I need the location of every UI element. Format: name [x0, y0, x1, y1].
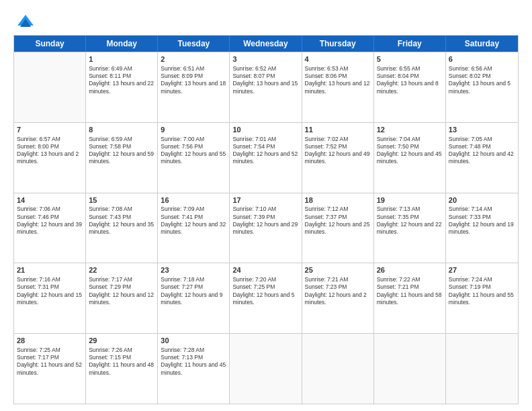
- page: SundayMondayTuesdayWednesdayThursdayFrid…: [0, 0, 532, 411]
- cell-content: Sunrise: 7:22 AMSunset: 7:21 PMDaylight:…: [377, 276, 443, 306]
- day-number: 27: [449, 265, 515, 275]
- calendar-cell: 16Sunrise: 7:09 AMSunset: 7:41 PMDayligh…: [158, 193, 230, 263]
- cell-content: Sunrise: 7:14 AMSunset: 7:33 PMDaylight:…: [449, 205, 515, 236]
- calendar-cell: 12Sunrise: 7:04 AMSunset: 7:50 PMDayligh…: [374, 123, 446, 193]
- cell-content: Sunrise: 7:26 AMSunset: 7:15 PMDaylight:…: [89, 347, 154, 377]
- day-number: 18: [305, 195, 371, 205]
- calendar-row-1: 1Sunrise: 6:49 AMSunset: 8:11 PMDaylight…: [14, 52, 518, 122]
- day-number: 12: [377, 125, 443, 135]
- day-number: 30: [161, 336, 226, 346]
- calendar-cell: 10Sunrise: 7:01 AMSunset: 7:54 PMDayligh…: [230, 123, 302, 193]
- header-day-sunday: Sunday: [14, 36, 86, 52]
- calendar-cell: 17Sunrise: 7:10 AMSunset: 7:39 PMDayligh…: [230, 193, 302, 263]
- day-number: 21: [17, 265, 83, 275]
- calendar-cell: 19Sunrise: 7:13 AMSunset: 7:35 PMDayligh…: [374, 193, 446, 263]
- cell-content: Sunrise: 7:10 AMSunset: 7:39 PMDaylight:…: [232, 205, 298, 236]
- cell-content: Sunrise: 7:28 AMSunset: 7:13 PMDaylight:…: [161, 347, 226, 377]
- header-day-monday: Monday: [86, 36, 158, 52]
- cell-content: Sunrise: 7:04 AMSunset: 7:50 PMDaylight:…: [377, 136, 443, 166]
- calendar-cell: 20Sunrise: 7:14 AMSunset: 7:33 PMDayligh…: [446, 193, 518, 263]
- calendar-cell: 18Sunrise: 7:12 AMSunset: 7:37 PMDayligh…: [302, 193, 374, 263]
- calendar-cell: 15Sunrise: 7:08 AMSunset: 7:43 PMDayligh…: [86, 193, 158, 263]
- calendar-cell: 24Sunrise: 7:20 AMSunset: 7:25 PMDayligh…: [230, 263, 302, 333]
- day-number: 11: [305, 125, 371, 135]
- calendar-row-2: 7Sunrise: 6:57 AMSunset: 8:00 PMDaylight…: [14, 122, 518, 193]
- cell-content: Sunrise: 6:56 AMSunset: 8:02 PMDaylight:…: [449, 65, 515, 95]
- day-number: 28: [17, 336, 83, 346]
- cell-content: Sunrise: 7:08 AMSunset: 7:43 PMDaylight:…: [89, 205, 154, 236]
- cell-content: Sunrise: 7:13 AMSunset: 7:35 PMDaylight:…: [377, 205, 443, 236]
- cell-content: Sunrise: 7:25 AMSunset: 7:17 PMDaylight:…: [17, 347, 83, 377]
- header-day-saturday: Saturday: [446, 36, 518, 52]
- header: [13, 12, 519, 31]
- cell-content: Sunrise: 6:52 AMSunset: 8:07 PMDaylight:…: [232, 65, 298, 95]
- calendar-cell: 21Sunrise: 7:16 AMSunset: 7:31 PMDayligh…: [14, 263, 86, 333]
- calendar-row-3: 14Sunrise: 7:06 AMSunset: 7:46 PMDayligh…: [14, 193, 518, 263]
- calendar-cell: 9Sunrise: 7:00 AMSunset: 7:56 PMDaylight…: [158, 123, 230, 193]
- cell-content: Sunrise: 7:06 AMSunset: 7:46 PMDaylight:…: [17, 205, 83, 236]
- calendar-header-row: SundayMondayTuesdayWednesdayThursdayFrid…: [14, 36, 518, 52]
- calendar-cell: 7Sunrise: 6:57 AMSunset: 8:00 PMDaylight…: [14, 123, 86, 193]
- cell-content: Sunrise: 7:24 AMSunset: 7:19 PMDaylight:…: [449, 276, 515, 306]
- cell-content: Sunrise: 7:09 AMSunset: 7:41 PMDaylight:…: [161, 205, 226, 236]
- day-number: 25: [305, 265, 371, 275]
- calendar-cell: 2Sunrise: 6:51 AMSunset: 8:09 PMDaylight…: [158, 52, 230, 122]
- day-number: 1: [89, 54, 154, 64]
- day-number: 24: [232, 265, 298, 275]
- cell-content: Sunrise: 7:00 AMSunset: 7:56 PMDaylight:…: [161, 136, 226, 166]
- calendar-cell: 22Sunrise: 7:17 AMSunset: 7:29 PMDayligh…: [86, 263, 158, 333]
- calendar-cell: 29Sunrise: 7:26 AMSunset: 7:15 PMDayligh…: [86, 334, 158, 404]
- cell-content: Sunrise: 7:01 AMSunset: 7:54 PMDaylight:…: [232, 136, 298, 166]
- day-number: 17: [232, 195, 298, 205]
- cell-content: Sunrise: 7:17 AMSunset: 7:29 PMDaylight:…: [89, 276, 154, 306]
- logo-icon: [16, 12, 35, 31]
- cell-content: Sunrise: 6:53 AMSunset: 8:06 PMDaylight:…: [305, 65, 371, 95]
- cell-content: Sunrise: 6:55 AMSunset: 8:04 PMDaylight:…: [377, 65, 443, 95]
- day-number: 10: [232, 125, 298, 135]
- calendar-cell: 5Sunrise: 6:55 AMSunset: 8:04 PMDaylight…: [374, 52, 446, 122]
- calendar-cell: 23Sunrise: 7:18 AMSunset: 7:27 PMDayligh…: [158, 263, 230, 333]
- header-day-thursday: Thursday: [302, 36, 374, 52]
- cell-content: Sunrise: 7:18 AMSunset: 7:27 PMDaylight:…: [161, 276, 226, 306]
- header-day-friday: Friday: [374, 36, 446, 52]
- calendar-cell: 6Sunrise: 6:56 AMSunset: 8:02 PMDaylight…: [446, 52, 518, 122]
- day-number: 15: [89, 195, 154, 205]
- calendar-cell: 26Sunrise: 7:22 AMSunset: 7:21 PMDayligh…: [374, 263, 446, 333]
- cell-content: Sunrise: 7:21 AMSunset: 7:23 PMDaylight:…: [305, 276, 371, 306]
- cell-content: Sunrise: 7:20 AMSunset: 7:25 PMDaylight:…: [232, 276, 298, 306]
- calendar-cell: [230, 334, 302, 404]
- cell-content: Sunrise: 7:05 AMSunset: 7:48 PMDaylight:…: [449, 136, 515, 166]
- day-number: 22: [89, 265, 154, 275]
- calendar-cell: 4Sunrise: 6:53 AMSunset: 8:06 PMDaylight…: [302, 52, 374, 122]
- day-number: 19: [377, 195, 443, 205]
- header-day-tuesday: Tuesday: [158, 36, 230, 52]
- day-number: 20: [449, 195, 515, 205]
- day-number: 13: [449, 125, 515, 135]
- cell-content: Sunrise: 6:59 AMSunset: 7:58 PMDaylight:…: [89, 136, 154, 166]
- day-number: 23: [161, 265, 226, 275]
- day-number: 14: [17, 195, 83, 205]
- calendar-cell: [446, 334, 518, 404]
- calendar-cell: 13Sunrise: 7:05 AMSunset: 7:48 PMDayligh…: [446, 123, 518, 193]
- header-day-wednesday: Wednesday: [230, 36, 302, 52]
- calendar-row-5: 28Sunrise: 7:25 AMSunset: 7:17 PMDayligh…: [14, 333, 518, 404]
- calendar-cell: 11Sunrise: 7:02 AMSunset: 7:52 PMDayligh…: [302, 123, 374, 193]
- day-number: 4: [305, 54, 371, 64]
- calendar: SundayMondayTuesdayWednesdayThursdayFrid…: [13, 35, 519, 404]
- logo: [13, 12, 35, 31]
- day-number: 9: [161, 125, 226, 135]
- calendar-cell: 3Sunrise: 6:52 AMSunset: 8:07 PMDaylight…: [230, 52, 302, 122]
- day-number: 5: [377, 54, 443, 64]
- day-number: 2: [161, 54, 226, 64]
- day-number: 29: [89, 336, 154, 346]
- cell-content: Sunrise: 7:12 AMSunset: 7:37 PMDaylight:…: [305, 205, 371, 236]
- calendar-cell: 28Sunrise: 7:25 AMSunset: 7:17 PMDayligh…: [14, 334, 86, 404]
- calendar-cell: [302, 334, 374, 404]
- day-number: 8: [89, 125, 154, 135]
- calendar-cell: 25Sunrise: 7:21 AMSunset: 7:23 PMDayligh…: [302, 263, 374, 333]
- cell-content: Sunrise: 7:02 AMSunset: 7:52 PMDaylight:…: [305, 136, 371, 166]
- cell-content: Sunrise: 6:49 AMSunset: 8:11 PMDaylight:…: [89, 65, 154, 95]
- calendar-row-4: 21Sunrise: 7:16 AMSunset: 7:31 PMDayligh…: [14, 263, 518, 333]
- day-number: 6: [449, 54, 515, 64]
- day-number: 26: [377, 265, 443, 275]
